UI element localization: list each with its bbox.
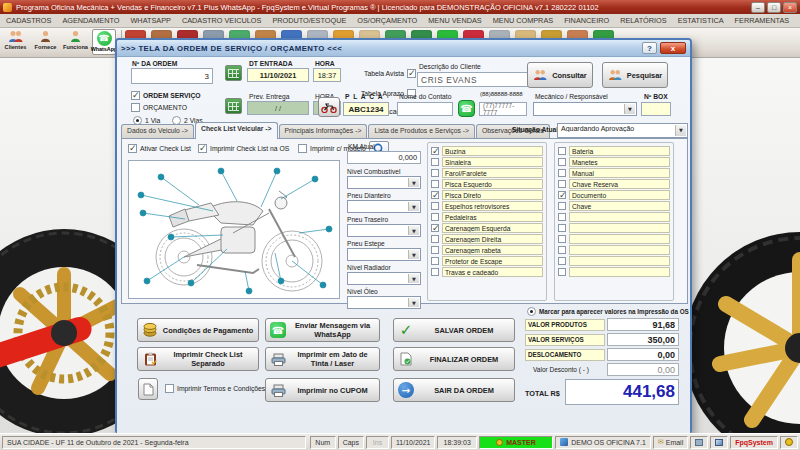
- checklist-item[interactable]: Bateria: [558, 146, 670, 156]
- calendar-button[interactable]: [225, 98, 242, 114]
- sair-ordem-button[interactable]: → SAIR DA ORDEM: [393, 378, 515, 402]
- level-select[interactable]: [347, 200, 421, 213]
- checklist-item[interactable]: Carenagem Esquerda: [431, 223, 543, 233]
- checklist-item[interactable]: Chave Reserva: [558, 179, 670, 189]
- checklist-item[interactable]: [558, 223, 670, 233]
- checkbox-icon[interactable]: [431, 235, 439, 243]
- checklist-item[interactable]: [558, 267, 670, 277]
- placa-field[interactable]: ABC1234: [343, 102, 389, 116]
- condicoes-pagamento-button[interactable]: Condições de Pagamento: [137, 318, 259, 342]
- menu-item[interactable]: WHATSAPP: [130, 16, 170, 25]
- tab-lista-produtos[interactable]: Lista de Produtos e Serviços ->: [368, 124, 475, 139]
- whatsapp-phone-icon[interactable]: ☎: [458, 100, 475, 117]
- ativar-checklist-checkbox[interactable]: Ativar Check List: [128, 144, 191, 153]
- checkbox-icon[interactable]: [431, 158, 439, 166]
- level-select[interactable]: [347, 272, 421, 285]
- menu-item[interactable]: ESTATISTICA: [678, 16, 724, 25]
- minimize-button[interactable]: –: [751, 2, 765, 13]
- menu-item[interactable]: CADASTROS: [6, 16, 51, 25]
- enviar-whatsapp-button[interactable]: ☎ Enviar Mensagem via WhatsApp: [265, 318, 380, 342]
- menu-item[interactable]: MENU VENDAS: [428, 16, 482, 25]
- menu-item[interactable]: FERRAMENTAS: [735, 16, 790, 25]
- calendar-button[interactable]: [225, 65, 242, 81]
- checklist-item[interactable]: Protetor de Escape: [431, 256, 543, 266]
- vehicle-button[interactable]: [318, 97, 340, 117]
- menu-item[interactable]: CADASTRO VEICULOS: [182, 16, 261, 25]
- consultar-button[interactable]: Consultar: [527, 62, 593, 88]
- checkbox-icon[interactable]: [431, 147, 439, 155]
- checklist-item[interactable]: [558, 212, 670, 222]
- checkbox-icon[interactable]: [558, 169, 566, 177]
- status-monitor[interactable]: [710, 436, 728, 449]
- dialog-titlebar[interactable]: >>> TELA DA ORDEM DE SERVIÇO / ORÇAMENTO…: [117, 40, 690, 57]
- menu-item[interactable]: MENU COMPRAS: [493, 16, 553, 25]
- checkbox-icon[interactable]: [558, 191, 566, 199]
- checklist-item[interactable]: Manual: [558, 168, 670, 178]
- checklist-item[interactable]: [558, 234, 670, 244]
- close-button[interactable]: ×: [783, 2, 797, 13]
- checkbox-icon[interactable]: [431, 169, 439, 177]
- mecanico-select[interactable]: [533, 102, 637, 116]
- imprimir-termos-checkbox[interactable]: Imprimir Termos e Condições: [165, 384, 265, 393]
- level-select[interactable]: [347, 296, 421, 309]
- checkbox-icon[interactable]: [431, 268, 439, 276]
- level-select[interactable]: [347, 176, 421, 189]
- termos-doc-button[interactable]: [138, 378, 158, 400]
- checkbox-icon[interactable]: [558, 147, 566, 155]
- pesquisar-button[interactable]: Pesquisar: [602, 62, 668, 88]
- checkbox-icon[interactable]: [431, 213, 439, 221]
- checklist-item[interactable]: Buzina: [431, 146, 543, 156]
- imprimir-cupom-button[interactable]: Imprimir no CUPOM: [265, 378, 380, 402]
- imprimir-jato-button[interactable]: Imprimir em Jato de Tinta / Laser: [265, 347, 380, 371]
- orcamento-checkbox[interactable]: ORÇAMENTO: [131, 103, 187, 112]
- suppliers-button[interactable]: Fornece: [31, 29, 60, 57]
- checkbox-icon[interactable]: [558, 246, 566, 254]
- level-select[interactable]: [347, 224, 421, 237]
- menu-item[interactable]: PRODUTO/ESTOQUE: [272, 16, 346, 25]
- checklist-item[interactable]: Espelhos retrovisores: [431, 201, 543, 211]
- contato-field[interactable]: [397, 102, 453, 116]
- tabela-avista-checkbox[interactable]: Tabela Avista: [352, 69, 416, 78]
- tab-dados-veiculo[interactable]: Dados do Veiculo ->: [121, 124, 194, 139]
- checklist-item[interactable]: Sinaleira: [431, 157, 543, 167]
- menu-item[interactable]: OS/ORÇAMENTO: [357, 16, 417, 25]
- entry-date-field[interactable]: 11/10/2021: [247, 68, 309, 82]
- checkbox-icon[interactable]: [431, 180, 439, 188]
- checklist-item[interactable]: Carenagem rabeta: [431, 245, 543, 255]
- checkbox-icon[interactable]: [431, 257, 439, 265]
- maximize-button[interactable]: □: [767, 2, 781, 13]
- km-field[interactable]: 0,000: [347, 151, 421, 164]
- employees-button[interactable]: Funciona: [61, 29, 90, 57]
- box-field[interactable]: [641, 102, 671, 116]
- situacao-select[interactable]: Aguardando Aprovação: [557, 123, 688, 138]
- tab-principais-informacoes[interactable]: Principais Informações ->: [279, 124, 368, 139]
- entry-time-field[interactable]: 18:37: [313, 68, 341, 82]
- checkbox-icon[interactable]: [558, 202, 566, 210]
- checklist-item[interactable]: Travas e cadeado: [431, 267, 543, 277]
- checklist-item[interactable]: Manetes: [558, 157, 670, 167]
- clients-button[interactable]: Clientes: [1, 29, 30, 57]
- imprimir-checklist-separado-button[interactable]: Imprimir Check List Separado: [137, 347, 259, 371]
- tab-check-list[interactable]: Check List Veicular ->: [195, 122, 277, 139]
- checkbox-icon[interactable]: [431, 246, 439, 254]
- menu-item[interactable]: AGENDAMENTO: [62, 16, 119, 25]
- ordem-servico-checkbox[interactable]: ORDEM SERVIÇO: [131, 91, 201, 100]
- delivery-date-field[interactable]: / /: [247, 101, 309, 115]
- checkbox-icon[interactable]: [558, 158, 566, 166]
- finalizar-ordem-button[interactable]: FINALIZAR ORDEM: [393, 347, 515, 371]
- checkbox-icon[interactable]: [558, 257, 566, 265]
- status-printer[interactable]: [690, 436, 708, 449]
- checklist-item[interactable]: Pisca Direto: [431, 190, 543, 200]
- salvar-ordem-button[interactable]: ✓ SALVAR ORDEM: [393, 318, 515, 342]
- checklist-item[interactable]: Pedaleiras: [431, 212, 543, 222]
- checkbox-icon[interactable]: [558, 180, 566, 188]
- checklist-item[interactable]: [558, 245, 670, 255]
- level-select[interactable]: [347, 248, 421, 261]
- dialog-help-button[interactable]: ?: [642, 42, 657, 54]
- menu-item[interactable]: FINANCEIRO: [564, 16, 609, 25]
- checklist-item[interactable]: Farol/Farolete: [431, 168, 543, 178]
- checkbox-icon[interactable]: [431, 224, 439, 232]
- imprimir-checklist-os-checkbox[interactable]: Imprimir Check List na OS: [198, 144, 289, 153]
- checklist-item[interactable]: Documento: [558, 190, 670, 200]
- checkbox-icon[interactable]: [431, 191, 439, 199]
